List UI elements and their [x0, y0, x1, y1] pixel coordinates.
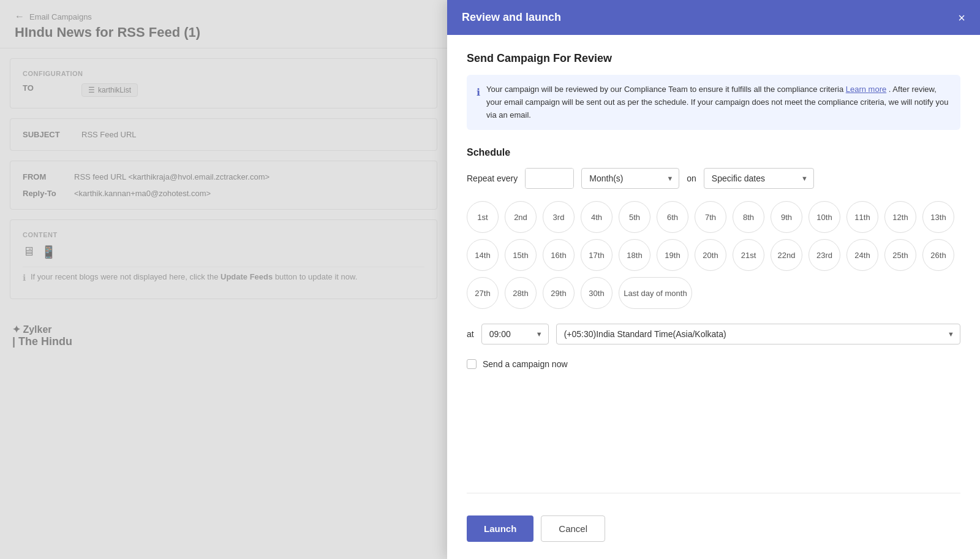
date-grid: 1st 2nd 3rd 4th 5th 6th 7th 8th 9th 10th… — [467, 201, 960, 309]
repeat-number-field[interactable] — [526, 169, 574, 188]
date-18th[interactable]: 18th — [619, 239, 650, 271]
at-label: at — [467, 329, 474, 339]
date-26th[interactable]: 26th — [922, 239, 954, 271]
repeat-unit-select-wrapper: Month(s) Day(s) Week(s) Year(s) ▼ — [581, 168, 679, 189]
date-14th[interactable]: 14th — [467, 239, 499, 271]
date-19th[interactable]: 19th — [657, 239, 688, 271]
send-for-review-title: Send Campaign For Review — [467, 52, 960, 65]
schedule-title: Schedule — [467, 147, 960, 158]
date-23rd[interactable]: 23rd — [809, 239, 840, 271]
info-text-1: Your campaign will be reviewed by our Co… — [486, 85, 846, 94]
date-8th[interactable]: 8th — [733, 201, 764, 233]
date-2nd[interactable]: 2nd — [505, 201, 537, 233]
date-12th[interactable]: 12th — [884, 201, 916, 233]
date-28th[interactable]: 28th — [505, 277, 537, 309]
modal-close-button[interactable]: × — [958, 12, 965, 24]
date-30th[interactable]: 30th — [581, 277, 612, 309]
time-row: at 09:00 09:30 10:00 ▼ (+05:30)India Sta… — [467, 324, 960, 344]
send-now-row: Send a campaign now — [467, 359, 960, 369]
date-21st[interactable]: 21st — [733, 239, 764, 271]
date-15th[interactable]: 15th — [505, 239, 537, 271]
date-3rd[interactable]: 3rd — [543, 201, 575, 233]
launch-button[interactable]: Launch — [467, 515, 533, 542]
date-1st[interactable]: 1st — [467, 201, 499, 233]
date-20th[interactable]: 20th — [695, 239, 726, 271]
modal-title: Review and launch — [462, 11, 561, 24]
repeat-unit-select[interactable]: Month(s) Day(s) Week(s) Year(s) — [581, 168, 679, 189]
date-4th[interactable]: 4th — [581, 201, 612, 233]
repeat-row: Repeat every ▲ ▼ Month(s) Day(s) Week(s)… — [467, 168, 960, 189]
date-6th[interactable]: 6th — [657, 201, 688, 233]
cancel-button[interactable]: Cancel — [541, 515, 605, 542]
send-now-checkbox[interactable] — [467, 359, 477, 369]
on-label: on — [687, 173, 696, 183]
date-13th[interactable]: 13th — [922, 201, 954, 233]
timezone-select[interactable]: (+05:30)India Standard Time(Asia/Kolkata… — [556, 324, 960, 344]
modal-footer: Launch Cancel — [447, 506, 980, 559]
repeat-number-input[interactable]: ▲ ▼ — [525, 168, 574, 189]
time-select-wrapper: 09:00 09:30 10:00 ▼ — [481, 324, 549, 344]
send-now-label: Send a campaign now — [483, 359, 568, 369]
time-select[interactable]: 09:00 09:30 10:00 — [481, 324, 549, 344]
date-27th[interactable]: 27th — [467, 277, 499, 309]
repeat-label: Repeat every — [467, 173, 518, 183]
specific-dates-select[interactable]: Specific dates Day of week — [704, 168, 814, 189]
modal-body: Send Campaign For Review ℹ Your campaign… — [447, 35, 980, 493]
learn-more-link[interactable]: Learn more — [846, 85, 886, 94]
date-7th[interactable]: 7th — [695, 201, 726, 233]
date-17th[interactable]: 17th — [581, 239, 612, 271]
timezone-select-wrapper: (+05:30)India Standard Time(Asia/Kolkata… — [556, 324, 960, 344]
specific-dates-select-wrapper: Specific dates Day of week ▼ — [704, 168, 814, 189]
review-launch-modal: Review and launch × Send Campaign For Re… — [447, 0, 980, 559]
date-10th[interactable]: 10th — [809, 201, 840, 233]
background-overlay — [0, 0, 447, 559]
date-25th[interactable]: 25th — [884, 239, 916, 271]
compliance-info-box: ℹ Your campaign will be reviewed by our … — [467, 75, 960, 130]
date-24th[interactable]: 24th — [846, 239, 878, 271]
date-last-day[interactable]: Last day of month — [619, 277, 692, 309]
modal-header: Review and launch × — [447, 0, 980, 35]
date-11th[interactable]: 11th — [846, 201, 878, 233]
date-5th[interactable]: 5th — [619, 201, 650, 233]
info-circle-icon: ℹ — [477, 85, 480, 121]
date-16th[interactable]: 16th — [543, 239, 575, 271]
date-29th[interactable]: 29th — [543, 277, 575, 309]
date-9th[interactable]: 9th — [771, 201, 802, 233]
date-22nd[interactable]: 22nd — [771, 239, 802, 271]
footer-divider — [467, 493, 960, 493]
